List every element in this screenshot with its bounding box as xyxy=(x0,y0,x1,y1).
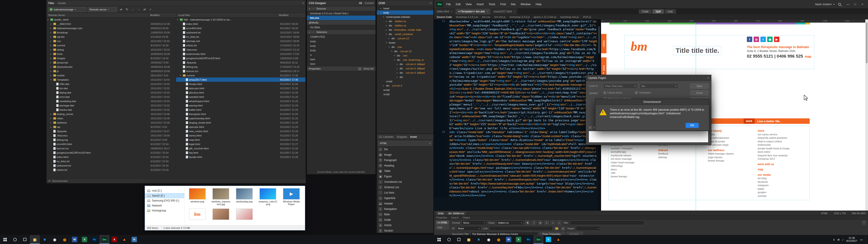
local-file-row[interactable]: swedish.html 5/12/2017 21:25 xyxy=(176,95,305,99)
footer-link[interactable]: more xyxy=(758,127,789,133)
target-select[interactable]: ▾ xyxy=(576,226,601,231)
insert-item[interactable]: ▬ Header xyxy=(377,201,433,206)
css-designer-tab[interactable]: All xyxy=(359,2,362,5)
tag-selector-item[interactable]: body xyxy=(436,211,445,215)
menu-item[interactable]: Edit xyxy=(456,3,461,6)
expander-icon[interactable] xyxy=(397,76,399,78)
view-mode-button[interactable]: Live xyxy=(664,9,676,14)
site-dropdown[interactable]: balmainmassage▾ xyxy=(48,7,86,12)
social-icon[interactable]: ◎ xyxy=(754,37,759,42)
related-file[interactable]: bm.min.js xyxy=(494,16,505,18)
dom-tree-node[interactable]: div .col-sm-12 xyxy=(377,49,433,53)
footer-link[interactable]: work with us xyxy=(758,161,789,166)
remote-file-row[interactable]: wp 9/12/2017 4:31 xyxy=(46,125,176,129)
local-file-row[interactable]: index.html 9/12/2017 18:33 xyxy=(176,22,305,26)
taskbar-app-icon[interactable]: Dw xyxy=(533,235,544,244)
code-view[interactable]: 65 dbackwindow','width=680,height=680');… xyxy=(434,20,600,211)
panel-menu-icon[interactable]: ≡ xyxy=(302,2,304,5)
library-items-checkbox[interactable]: ✓Library items xyxy=(603,91,622,94)
local-file-row[interactable]: facials.html 5/12/2017 21:26 xyxy=(176,155,305,159)
dom-tree-node[interactable]: script xyxy=(377,88,433,92)
insert-item[interactable]: § Section xyxy=(377,228,433,233)
insert-item[interactable]: ≣ Article xyxy=(377,222,433,228)
expander-icon[interactable] xyxy=(51,53,53,55)
expander-icon[interactable] xyxy=(389,37,391,39)
expander-icon[interactable] xyxy=(383,16,385,18)
expander-icon[interactable] xyxy=(51,70,53,72)
footer-link[interactable]: indian head massage xyxy=(611,161,634,164)
footer-link[interactable]: swedish / relaxation xyxy=(611,147,634,150)
expander-icon[interactable] xyxy=(51,126,53,128)
menu-item[interactable]: View xyxy=(466,3,472,6)
remote-file-row[interactable]: bm.dwt 15/11/2017 22:02 xyxy=(46,86,176,90)
html-properties-tab[interactable]: <> HTML xyxy=(436,220,449,224)
local-file-row[interactable]: what2expect.html 5/12/2017 21:25 xyxy=(176,99,305,103)
view-dropdown[interactable]: Remote server▾ xyxy=(88,7,117,12)
insert-panel-tab[interactable]: CC Libraries xyxy=(379,135,394,139)
media-item[interactable]: GLOBAL xyxy=(307,25,375,30)
expander-icon[interactable] xyxy=(380,7,382,9)
local-file-row[interactable]: error404.html 9/12/2017 18:33 xyxy=(176,26,305,30)
dom-tree-node[interactable]: div .col-sm-4 .billpad xyxy=(377,66,433,70)
taskbar-app-icon[interactable]: W xyxy=(504,235,514,244)
footer-link[interactable]: reiki xyxy=(611,171,634,175)
action-center-icon[interactable]: ▭ xyxy=(860,238,863,241)
code-line[interactable]: <div class="modal fade" id="menubox" tab… xyxy=(447,130,600,197)
insert-item[interactable]: ▭ Main xyxy=(377,212,433,217)
footer-link[interactable]: our wellness xyxy=(708,147,734,152)
taskbar-clock[interactable]: 21:36 9/12/2017 xyxy=(846,237,857,242)
taskbar-app-icon[interactable] xyxy=(454,235,464,244)
ordered-list-button[interactable]: ≡ xyxy=(544,220,549,225)
footer-link[interactable]: interact xyxy=(658,147,672,152)
expander-icon[interactable] xyxy=(51,44,53,47)
local-file-row[interactable]: .ftpquota 4/02/2012 16:11 xyxy=(176,60,305,65)
expander-icon[interactable] xyxy=(51,113,53,115)
related-file[interactable]: bootstrap.min.js xyxy=(560,16,579,18)
workspace-switcher[interactable]: basic screen+▾ xyxy=(815,3,835,6)
expander-icon[interactable] xyxy=(51,61,53,64)
dom-tree-node[interactable]: div .hidden-xs xyxy=(377,19,433,23)
insert-panel-tab[interactable]: Snippets xyxy=(397,135,407,139)
footer-link[interactable]: instagram xyxy=(758,184,789,187)
file-thumbnail[interactable] xyxy=(235,209,254,220)
local-file-row[interactable]: current 9/12/2017 17:35 xyxy=(176,73,305,78)
file-thumbnail[interactable] xyxy=(211,209,230,220)
related-file[interactable]: 2015.js xyxy=(583,16,591,18)
insert-item[interactable]: ▨ Image xyxy=(377,152,433,157)
expander-icon[interactable] xyxy=(48,19,50,21)
remote-file-row[interactable]: index.html 5/12/2017 22:34 xyxy=(46,155,176,159)
insert-item[interactable]: 1 Ordered List xyxy=(377,185,433,190)
expander-icon[interactable] xyxy=(383,85,385,87)
taskbar-app-icon[interactable]: e xyxy=(474,235,484,244)
taskbar-app-icon[interactable]: A xyxy=(110,235,119,244)
related-file[interactable]: Source Code xyxy=(437,16,452,18)
insert-item[interactable]: ≡ Navigation xyxy=(377,206,433,212)
footer-link[interactable]: twitter xyxy=(758,187,789,191)
site-logo[interactable]: bm xyxy=(631,40,647,53)
local-file-row[interactable]: orphaned.txt 15/11/2017 18:56 xyxy=(176,30,305,35)
expander-icon[interactable] xyxy=(386,24,388,27)
remote-file-row[interactable]: jQueryAssets 16/09/2015 23:00 xyxy=(46,65,176,69)
insert-item[interactable]: ◫ Aside xyxy=(377,217,433,222)
ok-button[interactable]: OK xyxy=(686,123,699,128)
show-set-checkbox[interactable] xyxy=(359,67,361,70)
footer-link[interactable]: infant massage classes xyxy=(708,152,734,156)
bottom-panel-tab[interactable]: Properties xyxy=(436,216,447,219)
document-tab[interactable]: smas2017.html × xyxy=(491,8,518,14)
insert-item[interactable]: ¶ Paragraph xyxy=(377,157,433,163)
window-size-indicator[interactable]: 1252 x 701 xyxy=(834,212,846,215)
remote-file-row[interactable]: package.dwt 15/11/2017 22:02 xyxy=(46,103,176,108)
document-tab[interactable]: <<Template>> bm.dwt × xyxy=(455,8,491,14)
footer-link[interactable]: reflexology xyxy=(611,164,634,168)
footer-link[interactable]: wraps & scrubs xyxy=(708,140,734,144)
taskbar-app-icon[interactable] xyxy=(434,235,444,244)
maximize-button[interactable]: □ xyxy=(852,2,859,7)
file-thumbnail[interactable]: windows_impressions.jpg xyxy=(211,188,230,206)
taskbar-app-icon[interactable]: ▲ xyxy=(553,235,563,244)
remote-file-row[interactable]: robots.txt 5/12/2017 22:34 xyxy=(46,167,176,172)
dom-tree-node[interactable]: div #menubox .modal .fade xyxy=(377,28,433,32)
panel-menu-icon[interactable]: ≡ xyxy=(430,2,432,5)
footer-link[interactable]: feedback xyxy=(658,152,672,156)
footer-link[interactable]: Christmas 2017 xyxy=(758,157,789,161)
expander-icon[interactable] xyxy=(51,117,53,120)
